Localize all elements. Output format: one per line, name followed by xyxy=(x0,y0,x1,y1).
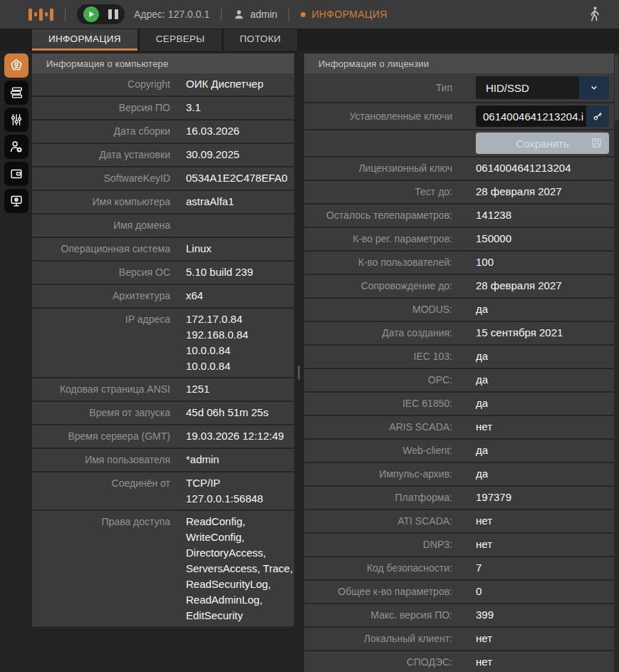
tab-information[interactable]: ИНФОРМАЦИЯ xyxy=(32,29,137,51)
row-label: Тест до: xyxy=(304,181,461,203)
table-row: CopyrightОИК Диспетчер xyxy=(32,73,294,97)
sidebar-item-monitor[interactable] xyxy=(4,189,28,213)
table-row: Имя компьютераastraAlfa1 xyxy=(32,191,294,214)
row-value: да xyxy=(461,440,614,462)
license-type-value: HID/SSD xyxy=(476,82,579,94)
user-icon xyxy=(233,9,245,21)
table-row: Код безопасности:7 xyxy=(304,557,614,581)
row-value: 16.03.2026 xyxy=(179,120,294,143)
splitter-grip[interactable] xyxy=(298,366,300,380)
walking-person-icon[interactable] xyxy=(588,6,600,23)
row-label: Код безопасности: xyxy=(304,557,461,579)
table-row: Версия ПО3.1 xyxy=(32,97,294,120)
row-value: 5.10 build 239 xyxy=(179,262,294,284)
row-label: Кодовая страница ANSI xyxy=(45,378,179,400)
row-value: x64 xyxy=(179,285,294,307)
sidebar-item-user-settings[interactable] xyxy=(4,135,28,159)
stack-icon xyxy=(9,85,24,100)
table-row: MODUS:да xyxy=(304,299,614,322)
installed-keys-label: Установленные ключи xyxy=(304,110,461,122)
play-icon[interactable] xyxy=(83,6,99,22)
table-row: Кодовая страница ANSI1251 xyxy=(32,378,294,402)
user-gear-icon xyxy=(9,139,24,155)
row-label: Платформа: xyxy=(304,487,461,509)
row-value: 45d 06h 51m 25s xyxy=(179,402,294,424)
chevron-down-icon[interactable] xyxy=(579,76,609,99)
vertical-scrollbar[interactable] xyxy=(614,53,619,672)
table-row: OPC:да xyxy=(304,369,614,393)
main-content: Информация о компьютере CopyrightОИК Дис… xyxy=(0,51,619,672)
row-value: 1251 xyxy=(179,378,294,400)
row-value: *admin xyxy=(179,449,294,471)
pause-icon[interactable] xyxy=(108,9,118,19)
current-user: admin xyxy=(233,9,277,21)
scrollbar-handle[interactable] xyxy=(615,55,618,120)
row-label: Дата установки xyxy=(45,144,179,166)
row-value: 150000 xyxy=(461,228,614,250)
table-row: IEC 103:да xyxy=(304,346,614,369)
table-row: Дата установки30.09.2025 xyxy=(32,144,294,167)
row-label: Copyright xyxy=(45,73,179,95)
table-row: Тест до:28 февраля 2027 xyxy=(304,181,614,205)
table-row: Платформа:197379 xyxy=(304,487,614,510)
license-type-select[interactable]: HID/SSD xyxy=(476,76,609,99)
sidebar-item-badge-pentagon[interactable] xyxy=(4,53,28,78)
table-row: Архитектураx64 xyxy=(32,285,294,309)
table-row: Дата сборки16.03.2026 xyxy=(32,120,294,144)
license-type-row: Тип HID/SSD xyxy=(304,73,614,103)
row-value: Linux xyxy=(179,238,294,260)
row-value: 0534A1E2C478EFA0 xyxy=(179,167,294,190)
row-value: да xyxy=(461,393,614,415)
user-name: admin xyxy=(250,9,277,20)
row-label: Лицензионный ключ xyxy=(304,157,461,180)
row-value: 28 февраля 2027 xyxy=(461,275,614,297)
table-row: Имя домена xyxy=(32,214,294,238)
row-label: DNP3: xyxy=(304,534,461,556)
row-label: OPC: xyxy=(304,369,461,391)
status-label: ИНФОРМАЦИЯ xyxy=(311,9,387,20)
tab-servers[interactable]: СЕРВЕРЫ xyxy=(140,29,222,51)
save-button[interactable]: Сохранить xyxy=(476,133,609,154)
computer-info-panel: Информация о компьютере CopyrightОИК Дис… xyxy=(32,53,294,628)
row-label: Имя компьютера xyxy=(45,191,179,213)
table-row: Сопровождение до:28 февраля 2027 xyxy=(304,275,614,299)
save-button-label: Сохранить xyxy=(516,138,569,150)
row-value: нет xyxy=(461,416,614,438)
tab-streams[interactable]: ПОТОКИ xyxy=(224,29,298,51)
run-pause-toggle[interactable] xyxy=(77,4,125,24)
table-row: Версия ОС5.10 build 239 xyxy=(32,262,294,285)
row-label: Время от запуска xyxy=(45,402,179,424)
badge-pentagon-icon xyxy=(9,58,24,73)
sliders-icon xyxy=(9,112,24,128)
divider xyxy=(221,7,222,21)
divider xyxy=(288,7,289,21)
table-row: Операционная системаLinux xyxy=(32,238,294,262)
row-label: Web-client: xyxy=(304,440,461,462)
row-label: SoftwareKeyID xyxy=(45,167,179,190)
table-row: Web-client:да xyxy=(304,440,614,463)
sidebar-item-sliders[interactable] xyxy=(4,108,28,132)
row-label: Макс. версия ПО: xyxy=(304,604,461,626)
computer-info-title: Информация о компьютере xyxy=(32,53,294,73)
row-value: 15 сентября 2021 xyxy=(461,322,614,344)
sidebar-item-wallet[interactable] xyxy=(4,162,28,186)
row-label: Операционная система xyxy=(45,238,179,260)
row-value: ReadConfig,WriteConfig,DirectoryAccess,S… xyxy=(179,511,294,626)
row-value: 399 xyxy=(461,604,614,626)
license-info-panel: Информация о лицензии Тип HID/SSD Устано… xyxy=(304,53,614,672)
top-bar: Адрес: 127.0.0.1 admin ИНФОРМАЦИЯ xyxy=(0,0,619,29)
row-label: Общее к-во параметров: xyxy=(304,581,461,603)
table-row: Время сервера (GMT)19.03.2026 12:12:49 xyxy=(32,425,294,449)
row-value: 141238 xyxy=(461,205,614,227)
row-label: Время сервера (GMT) xyxy=(45,425,179,448)
row-value: 3.1 xyxy=(179,97,294,119)
sidebar-item-stack[interactable] xyxy=(4,81,28,105)
brand-logo-icon xyxy=(28,9,53,21)
table-row: Макс. версия ПО:399 xyxy=(304,604,614,628)
server-address: Адрес: 127.0.0.1 xyxy=(134,9,209,20)
installed-keys-input[interactable] xyxy=(476,105,586,127)
key-button[interactable] xyxy=(586,105,609,127)
save-row: Сохранить xyxy=(304,130,614,157)
row-value: нет xyxy=(461,651,614,672)
row-label: Дата сборки xyxy=(45,120,179,143)
